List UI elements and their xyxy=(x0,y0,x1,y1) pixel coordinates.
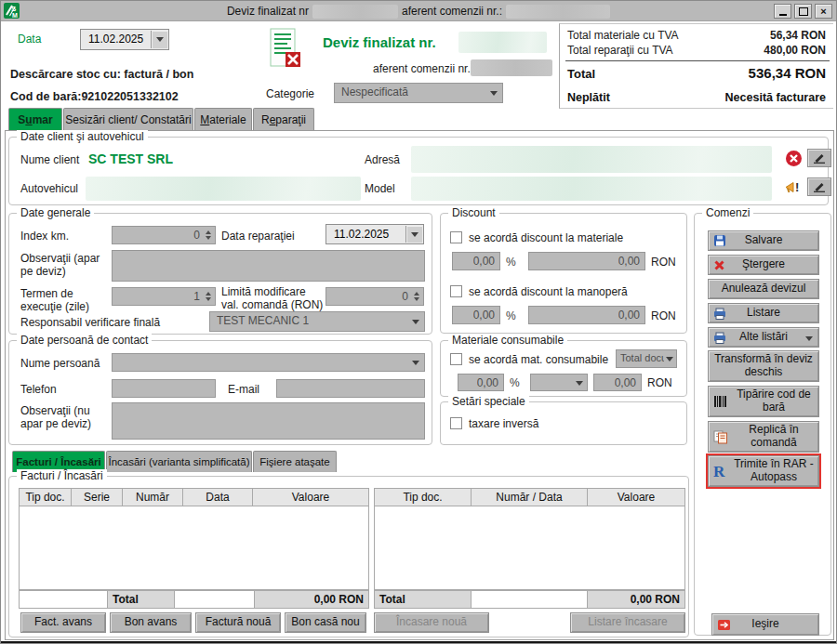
email-label: E-mail xyxy=(228,383,259,396)
save-button[interactable]: Salvare xyxy=(708,230,819,251)
consumables-pct-value: 0,00 xyxy=(477,376,498,389)
tab-label: Facturi / Încasări xyxy=(16,456,100,467)
tab-materiale[interactable]: Materiale xyxy=(194,108,252,130)
invoices-total-input-cell[interactable] xyxy=(174,590,255,609)
consumables-type-select[interactable] xyxy=(530,374,588,391)
tab-sesizari-client[interactable]: Sesizări client/ Constatări xyxy=(63,108,193,130)
phone-field[interactable] xyxy=(112,379,216,398)
exit-button[interactable]: Ieşire xyxy=(711,613,819,636)
transform-open-deviz-label: Transformă în deviz deschis xyxy=(711,353,817,379)
edit-vehicle-button[interactable] xyxy=(807,177,831,196)
spinner-arrows-icon[interactable] xyxy=(203,289,214,304)
consumables-checkbox[interactable] xyxy=(450,353,462,365)
obs-deviz-textarea[interactable] xyxy=(112,250,425,282)
tab-sumar[interactable]: Sumar xyxy=(8,108,62,130)
unpaid-status: Neplătit xyxy=(567,91,610,104)
consumables-group-title: Materiale consumabile xyxy=(448,334,567,347)
ron-unit: RON xyxy=(647,376,672,389)
index-km-label: Index km. xyxy=(20,230,69,243)
reverse-charge-checkbox[interactable] xyxy=(450,417,462,429)
maximize-button[interactable] xyxy=(794,4,812,19)
client-group-title: Date client şi autovehicul xyxy=(17,130,148,143)
col-header-valoare[interactable]: Valoare xyxy=(252,488,369,506)
invoices-table-body[interactable] xyxy=(19,506,369,590)
spinner-arrows-icon[interactable] xyxy=(411,289,422,304)
edit-client-button[interactable] xyxy=(807,149,831,167)
ron-unit: RON xyxy=(651,256,676,269)
discount-materials-ron-field[interactable]: 0,00 xyxy=(528,252,645,270)
deviz-date-picker[interactable]: 11.02.2025 xyxy=(80,29,169,50)
print-barcode-button[interactable]: Tipărire cod de bară xyxy=(708,386,819,417)
tab-incasari-simplificata[interactable]: Încasări (varianta simplificată) xyxy=(106,451,252,472)
reverse-charge-label: taxare inversă xyxy=(469,417,538,430)
remove-client-icon[interactable] xyxy=(785,150,803,171)
tab-label: mar xyxy=(33,113,53,126)
consumables-pct-field[interactable]: 0,00 xyxy=(458,374,504,391)
col-header-valoare-right[interactable]: Valoare xyxy=(587,488,685,506)
col-header-tip-doc[interactable]: Tip doc. xyxy=(19,488,72,506)
receipts-table-body[interactable] xyxy=(374,506,685,590)
receipts-total-input-cell[interactable] xyxy=(471,590,588,609)
vehicle-alert-icon[interactable]: ! xyxy=(784,178,803,198)
new-cash-receipt-button[interactable]: Bon casă nou xyxy=(285,612,366,633)
print-button[interactable]: Listare xyxy=(708,303,819,323)
invoices-total-value: 0,00 RON xyxy=(314,593,364,606)
cancel-deviz-button[interactable]: Anulează devizul xyxy=(708,279,819,299)
replicate-order-button[interactable]: Replică în comandă xyxy=(708,421,819,453)
invoices-total-label-cell: Total xyxy=(107,590,175,609)
other-prints-button[interactable]: Alte listări xyxy=(708,327,819,348)
new-invoice-button[interactable]: Factură nouă xyxy=(195,612,281,633)
order-limit-stepper[interactable]: 0 xyxy=(326,287,424,306)
repair-date-picker[interactable]: 11.02.2025 xyxy=(326,224,424,244)
col-header-data[interactable]: Data xyxy=(182,488,253,506)
minimize-button[interactable] xyxy=(774,4,791,19)
barcode-label: Cod de bară: xyxy=(10,90,81,103)
advance-invoice-button[interactable]: Fact. avans xyxy=(20,612,106,633)
discount-labor-pct-field[interactable]: 0,00 xyxy=(452,306,500,324)
invoices-group-title: Facturi / Încasări xyxy=(17,469,107,482)
final-check-value: TEST MECANIC 1 xyxy=(217,314,309,327)
advance-receipt-button[interactable]: Bon avans xyxy=(110,612,192,633)
exec-term-stepper[interactable]: 1 xyxy=(112,287,216,306)
print-receipt-button[interactable]: Listare încasare xyxy=(570,612,685,633)
discount-group: Discount se acordă discount la materiale… xyxy=(440,213,687,334)
send-rar-autopass-button[interactable]: R Trimite în RAR - Autopass xyxy=(708,455,819,487)
col-header-numar[interactable]: Număr xyxy=(122,488,183,506)
tab-reparatii[interactable]: Reparaţii xyxy=(253,108,314,130)
email-field[interactable] xyxy=(276,379,425,398)
col-header-tip-doc-right[interactable]: Tip doc. xyxy=(374,488,472,506)
col-header-label: Tip doc. xyxy=(25,491,64,504)
new-receipt-button[interactable]: Încasare nouă xyxy=(374,612,489,633)
obs-private-textarea[interactable] xyxy=(112,402,425,440)
close-button[interactable]: × xyxy=(815,4,832,19)
invoices-group: Facturi / Încasări Tip doc. Serie Număr … xyxy=(8,476,689,637)
percent-unit: % xyxy=(506,256,516,269)
discount-labor-checkbox[interactable] xyxy=(450,285,462,297)
transform-open-deviz-button[interactable]: Transformă în deviz deschis xyxy=(708,350,819,382)
category-select[interactable]: Nespecificată xyxy=(334,83,503,103)
discount-materials-checkbox[interactable] xyxy=(450,231,462,243)
delete-button[interactable]: Ştergere xyxy=(708,255,819,275)
deviz-date-dropdown-button[interactable] xyxy=(151,31,167,48)
consumables-ron-field[interactable]: 0,00 xyxy=(593,374,642,391)
col-header-serie[interactable]: Serie xyxy=(71,488,123,506)
consumables-label: se acordă mat. consumabile xyxy=(469,353,608,366)
chevron-down-icon xyxy=(576,381,583,386)
printer-icon xyxy=(713,332,726,344)
index-km-stepper[interactable]: 0 xyxy=(112,226,216,244)
contact-name-select[interactable] xyxy=(112,353,425,372)
tab-fisiere-atasate[interactable]: Fişiere ataşate xyxy=(253,451,337,472)
chevron-down-icon xyxy=(490,91,498,96)
discount-materials-pct-field[interactable]: 0,00 xyxy=(452,252,500,270)
final-check-select[interactable]: TEST MECANIC 1 xyxy=(209,311,425,332)
total-repairs-value: 480,00 RON xyxy=(764,44,826,57)
col-header-label: Data xyxy=(206,491,229,504)
spinner-arrows-icon[interactable] xyxy=(203,228,214,243)
save-icon xyxy=(713,234,726,247)
col-header-numar-data[interactable]: Număr / Data xyxy=(471,488,588,506)
repair-date-dropdown-button[interactable] xyxy=(405,226,422,243)
consumables-mode-select[interactable]: Total docu xyxy=(616,349,677,368)
exit-button-label: Ieşire xyxy=(751,618,778,631)
discount-labor-ron-field[interactable]: 0,00 xyxy=(528,306,645,324)
tab-label: Fişiere ataşate xyxy=(259,456,329,467)
